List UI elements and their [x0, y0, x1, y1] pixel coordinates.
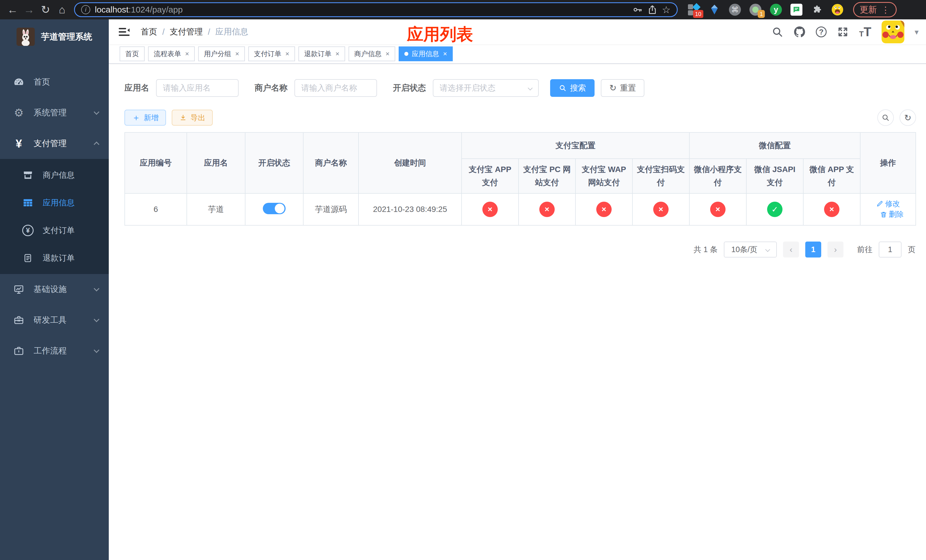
close-icon[interactable]: ×: [386, 50, 390, 58]
search-icon[interactable]: [772, 26, 783, 38]
pagination: 共 1 条 10条/页 ‹ 1 › 前往 页: [124, 242, 915, 257]
close-icon[interactable]: ×: [185, 50, 189, 58]
browser-back-icon[interactable]: ←: [5, 2, 20, 17]
sidebar-item-app-info[interactable]: 应用信息: [0, 189, 109, 216]
extension-pin-icon[interactable]: [708, 3, 721, 16]
page-1-button[interactable]: 1: [805, 242, 821, 257]
fullscreen-icon[interactable]: [837, 26, 849, 38]
prev-page-button[interactable]: ‹: [783, 242, 799, 257]
tag-process-form[interactable]: 流程表单×: [148, 47, 195, 61]
app-table: 应用编号 应用名 开启状态 商户名称 创建时间 支付宝配置 微信配置 操作 支付…: [124, 132, 916, 226]
breadcrumb-section[interactable]: 支付管理: [170, 26, 203, 38]
browser-home-icon[interactable]: ⌂: [54, 2, 70, 17]
sidebar-item-infrastructure[interactable]: 基础设施: [0, 274, 109, 305]
breadcrumb-separator: /: [208, 27, 210, 37]
caret-down-icon[interactable]: ▾: [915, 27, 918, 37]
download-icon: [179, 114, 187, 122]
breadcrumb-home[interactable]: 首页: [141, 26, 157, 38]
tag-pay-order[interactable]: 支付订单×: [248, 47, 295, 61]
sidebar-item-label: 基础设施: [33, 284, 95, 295]
share-icon[interactable]: [647, 5, 658, 15]
merchant-name-label: 商户名称: [254, 82, 287, 94]
sidebar-logo-row[interactable]: 芋道管理系统: [0, 20, 109, 54]
refresh-icon[interactable]: ↻: [900, 109, 916, 126]
profile-avatar-icon[interactable]: [831, 3, 844, 16]
cell-alipay-pc: ×: [519, 194, 575, 225]
cell-alipay-app: ×: [461, 194, 519, 225]
col-wechat-app: 微信 APP 支付: [803, 159, 860, 194]
extension-chat-icon[interactable]: [790, 3, 803, 16]
github-icon[interactable]: [794, 26, 805, 38]
password-key-icon[interactable]: [632, 5, 643, 15]
tag-home[interactable]: 首页: [120, 47, 145, 61]
tag-merchant-info[interactable]: 商户信息×: [348, 47, 395, 61]
sidebar-item-dev-tools[interactable]: 研发工具: [0, 305, 109, 336]
col-group-alipay: 支付宝配置: [461, 132, 689, 159]
total-count: 共 1 条: [694, 244, 717, 255]
tags-view-bar: 首页 流程表单× 用户分组× 支付订单× 退款订单× 商户信息× 应用信息×: [109, 44, 926, 64]
status-select-placeholder: 请选择开启状态: [440, 83, 495, 94]
edit-button[interactable]: 修改: [876, 199, 900, 209]
search-button[interactable]: 搜索: [550, 79, 595, 97]
address-bar[interactable]: i localhost:1024/pay/app ☆: [74, 2, 678, 17]
browser-reload-icon[interactable]: ↻: [38, 2, 53, 17]
status-cross-icon: ×: [596, 202, 612, 217]
bookmark-star-icon[interactable]: ☆: [662, 5, 670, 15]
sidebar-item-merchant-info[interactable]: 商户信息: [0, 161, 109, 189]
page-size-select[interactable]: 10条/页: [724, 242, 777, 257]
table-row: 6 芋道 芋道源码 2021-10-23 08:49:25 × × × × × …: [125, 194, 916, 225]
col-alipay-pc: 支付宝 PC 网站支付: [519, 159, 575, 194]
extension-recorder-icon[interactable]: 1: [749, 3, 762, 16]
app-name-input[interactable]: [163, 83, 232, 92]
sidebar-item-label: 支付订单: [43, 225, 98, 236]
status-toggle[interactable]: [263, 203, 286, 214]
toggle-search-icon[interactable]: [877, 109, 894, 126]
goto-page-input[interactable]: [879, 242, 902, 257]
navbar: 首页 / 支付管理 / 应用信息 应用列表 ? TT: [109, 20, 926, 44]
page-unit-label: 页: [908, 244, 915, 255]
site-info-icon[interactable]: i: [81, 5, 90, 14]
close-icon[interactable]: ×: [443, 50, 447, 58]
chevron-down-icon: [94, 316, 99, 322]
delete-button[interactable]: 删除: [880, 209, 904, 219]
sidebar-item-workflow[interactable]: 工作流程: [0, 336, 109, 366]
col-status: 开启状态: [245, 132, 303, 194]
extension-command-icon[interactable]: ⌘: [728, 3, 741, 16]
add-button[interactable]: ＋ 新增: [124, 110, 166, 126]
toolbox-icon: [12, 314, 25, 327]
sidebar-item-pay-orders[interactable]: ¥ 支付订单: [0, 216, 109, 244]
extension-y-icon[interactable]: y: [769, 3, 782, 16]
dashboard-icon: [12, 76, 25, 88]
sidebar-item-payment[interactable]: ¥ 支付管理: [0, 128, 109, 159]
close-icon[interactable]: ×: [235, 50, 239, 58]
merchant-name-input[interactable]: [301, 83, 370, 92]
extensions-puzzle-icon[interactable]: [810, 3, 823, 16]
help-icon[interactable]: ?: [816, 26, 827, 37]
close-icon[interactable]: ×: [336, 50, 339, 58]
sidebar-menu: 首页 ⚙ 系统管理 ¥ 支付管理 商户信息: [0, 67, 109, 366]
sidebar-item-home[interactable]: 首页: [0, 67, 109, 97]
app-name-input-wrap: [156, 79, 239, 97]
status-select[interactable]: 请选择开启状态: [433, 79, 539, 97]
user-avatar[interactable]: [882, 21, 904, 43]
status-label: 开启状态: [393, 82, 426, 94]
export-button[interactable]: 导出: [172, 110, 213, 126]
browser-update-button[interactable]: 更新 ⋮: [853, 2, 897, 17]
tag-user-group[interactable]: 用户分组×: [198, 47, 245, 61]
sidebar-collapse-icon[interactable]: [117, 25, 131, 39]
tag-refund-order[interactable]: 退款订单×: [298, 47, 345, 61]
browser-forward-icon[interactable]: →: [22, 2, 36, 17]
col-wechat-lite: 微信小程序支付: [689, 159, 746, 194]
browser-menu-kebab-icon[interactable]: ⋮: [881, 5, 890, 15]
sidebar-item-refund-orders[interactable]: 退款订单: [0, 244, 109, 272]
url-text[interactable]: localhost:1024/pay/app: [95, 5, 628, 15]
extension-tabs-icon[interactable]: 10: [687, 3, 701, 16]
breadcrumb-separator: /: [162, 27, 165, 37]
font-size-icon[interactable]: TT: [859, 27, 872, 37]
close-icon[interactable]: ×: [285, 50, 289, 58]
reset-button[interactable]: ↻ 重置: [601, 79, 645, 97]
sidebar-item-system[interactable]: ⚙ 系统管理: [0, 97, 109, 128]
page-content: 应用名 商户名称 开启状态 请选择开启状态 搜索: [109, 64, 926, 560]
tag-app-info[interactable]: 应用信息×: [399, 47, 453, 61]
next-page-button[interactable]: ›: [828, 242, 843, 257]
